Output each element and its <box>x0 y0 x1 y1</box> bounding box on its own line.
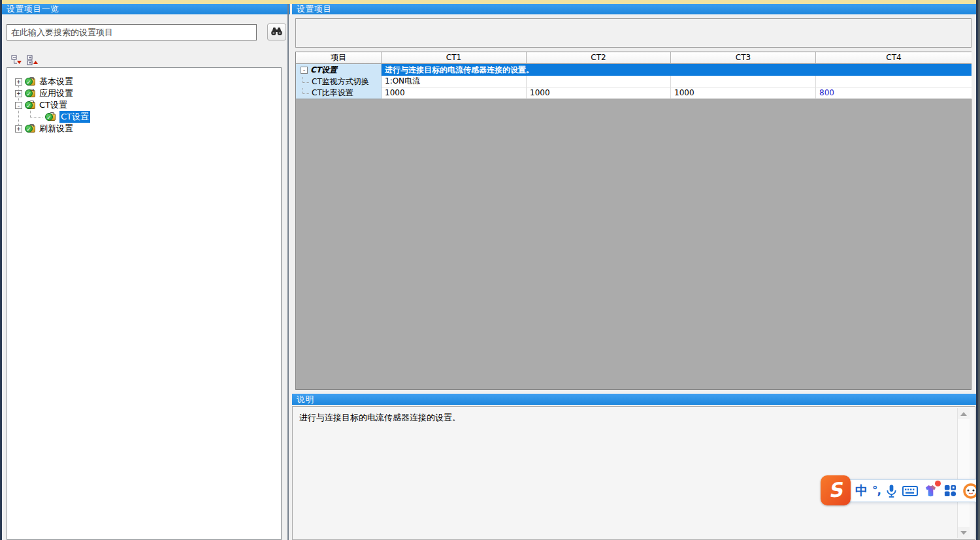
ime-language-mode-button[interactable]: 中 <box>855 484 868 497</box>
description-panel: 进行与连接目标的电流传感器连接的设置。 <box>292 406 975 540</box>
column-header-ct1: CT1 <box>382 52 527 64</box>
tree-stub <box>302 88 309 94</box>
value-cell-ct1[interactable]: 1000 <box>382 87 527 99</box>
notification-dot <box>935 481 941 486</box>
group-row-label: CT设置 <box>310 65 337 76</box>
value-cell-ct1[interactable]: 1:ON电流 <box>382 76 527 87</box>
window-left-edge <box>0 0 2 540</box>
settings-node-icon: ✓ <box>25 76 37 87</box>
tree-item-ct-settings-child: ✓ CT设置 <box>42 111 90 123</box>
ime-punctuation-button[interactable]: °, <box>872 485 881 496</box>
sogou-logo[interactable]: S <box>821 475 851 505</box>
toolbox-grid-icon[interactable] <box>943 484 957 498</box>
tree-expander-icon[interactable]: + <box>15 90 22 97</box>
panel-splitter[interactable] <box>287 3 289 540</box>
arrow-up-icon <box>960 412 967 416</box>
description-panel-title: 说明 <box>292 394 980 405</box>
toolbar-area <box>295 18 972 48</box>
tree-expander-icon[interactable]: - <box>15 102 22 109</box>
tree-item-label-selected[interactable]: CT设置 <box>59 111 90 123</box>
settings-window: 设置项目一览 <box>0 0 980 540</box>
tree-stub <box>302 77 309 83</box>
row-label: CT比率设置 <box>312 87 353 99</box>
value-cell-ct2[interactable] <box>527 76 671 87</box>
column-header-ct2: CT2 <box>527 52 671 64</box>
value-cell-ct3[interactable] <box>671 76 816 87</box>
column-header-ct4: CT4 <box>816 52 972 64</box>
search-input[interactable] <box>7 24 257 40</box>
column-header-ct3: CT3 <box>671 52 816 64</box>
table-row-ct-ratio: CT比率设置 1000 1000 1000 800 <box>296 87 971 99</box>
tree-item-label[interactable]: 刷新设置 <box>39 123 73 135</box>
window-top-edge <box>0 0 980 4</box>
value-cell-ct4[interactable] <box>816 76 972 87</box>
search-button[interactable] <box>267 24 286 40</box>
tree-item-label[interactable]: 应用设置 <box>39 87 73 99</box>
settings-node-icon: ✓ <box>25 88 37 99</box>
settings-tree: + ✓ 基本设置 + ✓ 应用设置 - ✓ CT设置 ✓ CT设置 + ✓ 刷新… <box>7 67 282 540</box>
virtual-keyboard-icon[interactable] <box>902 485 918 497</box>
row-label-cell: CT监视方式切换 <box>296 76 382 87</box>
value-cell-ct3[interactable]: 1000 <box>671 87 816 99</box>
skin-theme-icon[interactable] <box>923 483 939 498</box>
table-group-row: - CT设置 进行与连接目标的电流传感器连接的设置。 <box>296 64 971 76</box>
group-row-description[interactable]: 进行与连接目标的电流传感器连接的设置。 <box>382 64 972 76</box>
table-header-row: 项目 CT1 CT2 CT3 CT4 <box>296 52 971 64</box>
table-row-ct-monitor-method: CT监视方式切换 1:ON电流 <box>296 76 971 87</box>
column-header-item: 项目 <box>296 52 382 64</box>
tree-item-refresh-settings: + ✓ 刷新设置 <box>15 123 73 135</box>
row-label-cell: CT比率设置 <box>296 87 382 99</box>
row-label: CT监视方式切换 <box>312 76 369 87</box>
settings-list-panel-title: 设置项目一览 <box>2 3 290 14</box>
settings-node-icon: ✓ <box>25 100 37 110</box>
value-cell-ct4-modified[interactable]: 800 <box>816 87 972 99</box>
scroll-up-button[interactable] <box>958 408 970 419</box>
ime-toolbar-pill: 中 °, <box>831 479 980 502</box>
expand-all-icon[interactable] <box>27 55 39 65</box>
group-expander-icon[interactable]: - <box>301 67 308 74</box>
tree-connector <box>30 117 42 118</box>
tree-expander-icon[interactable]: + <box>15 78 22 86</box>
window-right-edge <box>976 0 980 540</box>
settings-item-panel-title: 设置项目 <box>292 3 980 14</box>
tree-toolbar <box>11 55 39 65</box>
description-text: 进行与连接目标的电流传感器连接的设置。 <box>299 412 461 424</box>
tree-item-basic-settings: + ✓ 基本设置 <box>15 76 73 87</box>
binoculars-icon <box>270 26 283 38</box>
collapse-all-icon[interactable] <box>11 55 23 65</box>
scroll-down-button[interactable] <box>958 527 970 538</box>
ime-toolbar: 中 °, <box>821 475 980 505</box>
group-row-label-cell: - CT设置 <box>296 64 382 76</box>
description-scrollbar[interactable] <box>957 408 970 538</box>
tree-item-ct-settings: - ✓ CT设置 <box>15 99 67 111</box>
tree-expander-icon[interactable]: + <box>15 125 22 133</box>
tree-item-label[interactable]: CT设置 <box>39 99 67 111</box>
microphone-icon[interactable] <box>885 484 898 498</box>
settings-node-icon: ✓ <box>25 123 37 134</box>
arrow-down-icon <box>960 531 967 535</box>
tree-item-label[interactable]: 基本设置 <box>39 76 73 87</box>
sogou-logo-letter: S <box>828 480 844 501</box>
settings-table: 项目 CT1 CT2 CT3 CT4 - CT设置 进行与连接目标的电流传感器连… <box>295 52 972 390</box>
tree-item-application-settings: + ✓ 应用设置 <box>15 87 73 99</box>
settings-node-icon: ✓ <box>46 112 57 122</box>
value-cell-ct2[interactable]: 1000 <box>527 87 671 99</box>
